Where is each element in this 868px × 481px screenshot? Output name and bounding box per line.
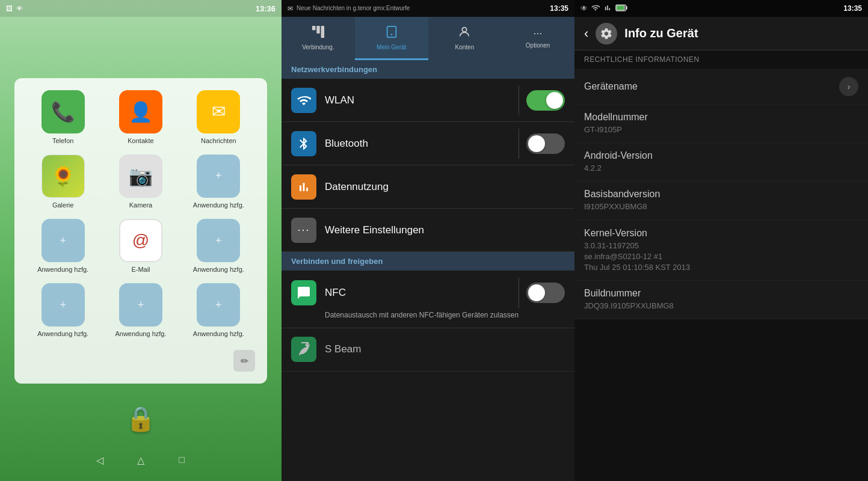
app-anwendung5[interactable]: + Anwendung hzfg.	[108, 283, 174, 338]
back-button[interactable]: ◁	[91, 452, 108, 468]
android-version-value: 4.2.2	[584, 163, 858, 174]
nachrichten-label: Nachrichten	[201, 137, 236, 145]
kernel-version-value: 3.0.31-1197205 se.infra@S0210-12 #1 Thu …	[584, 240, 858, 274]
android-version-item: Android-Version 4.2.2	[574, 143, 868, 182]
nfc-toggle[interactable]	[526, 283, 565, 303]
tab-konten-icon	[458, 25, 471, 41]
edit-button[interactable]: ✏	[233, 350, 255, 372]
info-eye-icon: 👁	[580, 4, 588, 13]
recents-button[interactable]: □	[173, 452, 190, 468]
geraetename-arrow[interactable]: ›	[839, 77, 858, 96]
nfc-label: NFC	[325, 287, 511, 299]
nfc-top-row: NFC	[291, 278, 565, 308]
kernel-version-item: Kernel-Version 3.0.31-1197205 se.infra@S…	[574, 221, 868, 281]
home-time: 13:36	[256, 4, 275, 13]
datennutzung-item[interactable]: Datennutzung	[282, 165, 574, 209]
weitere-icon: ···	[291, 218, 316, 243]
geraetename-item[interactable]: Gerätename ›	[574, 69, 868, 105]
app-telefon[interactable]: 📞 Telefon	[30, 90, 96, 145]
lock-container: 🔒	[126, 405, 156, 433]
app-anwendung6[interactable]: + Anwendung hzfg.	[185, 283, 251, 338]
settings-panel: ✉ Neue Nachrichten in g.tenor gmx:Entwur…	[282, 0, 574, 481]
basisbandversion-item: Basisbandversion I9105PXXUBMG8	[574, 182, 868, 220]
tab-verbindungen-label: Verbindung.	[302, 44, 334, 51]
basisbandversion-content: Basisbandversion I9105PXXUBMG8	[584, 189, 858, 212]
svg-rect-3	[387, 26, 396, 37]
add-plus-1: +	[215, 170, 222, 182]
wlan-item[interactable]: WLAN	[282, 79, 574, 122]
geraetename-label: Gerätename	[584, 81, 839, 92]
app-anwendung2[interactable]: + Anwendung hzfg.	[30, 219, 96, 274]
app-galerie[interactable]: 🌻 Galerie	[30, 155, 96, 209]
sbeam-icon	[291, 337, 316, 362]
bluetooth-toggle[interactable]	[526, 133, 565, 154]
nfc-item[interactable]: NFC Datenaustausch mit anderen NFC-fähig…	[282, 271, 574, 328]
lock-icon: 🔒	[126, 405, 156, 433]
verbinden-header-text: Verbinden und freigeben	[291, 257, 383, 266]
app-kamera[interactable]: 📷 Kamera	[108, 155, 174, 209]
email-icon: @	[119, 219, 162, 262]
edit-icon: ✏	[241, 355, 248, 367]
anwendung6-label: Anwendung hzfg.	[193, 330, 244, 338]
tab-mein-geraet-label: Mein Gerät	[377, 44, 406, 51]
wlan-toggle[interactable]	[526, 90, 565, 111]
weitere-label: Weitere Einstellungen	[325, 224, 565, 236]
kontakte-label: Kontakte	[128, 137, 153, 145]
wlan-icon	[291, 88, 316, 113]
anwendung5-label: Anwendung hzfg.	[115, 330, 166, 338]
netzwerk-header-text: Netzwerkverbindungen	[291, 65, 377, 74]
android-version-content: Android-Version 4.2.2	[584, 150, 858, 174]
bluetooth-item[interactable]: Bluetooth	[282, 122, 574, 165]
tab-verbindungen[interactable]: Verbindung.	[282, 17, 355, 60]
info-battery-icon	[615, 4, 627, 13]
home-status-bar: 🖼 👁 13:36	[0, 0, 282, 17]
app-row-2: + Anwendung hzfg. @ E-Mail + Anwendung h…	[24, 219, 257, 274]
bluetooth-icon	[291, 131, 316, 156]
galerie-icon: 🌻	[42, 155, 85, 198]
info-header: ‹ Info zu Gerät	[574, 17, 868, 51]
app-row-1: 🌻 Galerie 📷 Kamera + Anwendung hzfg.	[24, 155, 257, 209]
app-anwendung1[interactable]: + Anwendung hzfg.	[185, 155, 251, 209]
nfc-subtitle: Datenaustausch mit anderen NFC-fähigen G…	[291, 310, 565, 320]
wlan-label: WLAN	[325, 94, 511, 106]
back-button-info[interactable]: ‹	[584, 26, 588, 41]
app-email[interactable]: @ E-Mail	[108, 219, 174, 274]
anwendung4-icon: +	[42, 283, 85, 326]
weitere-item[interactable]: ··· Weitere Einstellungen	[282, 209, 574, 252]
anwendung4-label: Anwendung hzfg.	[37, 330, 88, 338]
app-grid: 📞 Telefon 👤 Kontakte ✉ Nachrichten	[14, 78, 267, 384]
app-row-0: 📞 Telefon 👤 Kontakte ✉ Nachrichten	[24, 90, 257, 145]
home-button[interactable]: △	[132, 452, 149, 468]
tab-mein-geraet-icon	[385, 25, 398, 41]
email-label: E-Mail	[131, 266, 150, 274]
bluetooth-label: Bluetooth	[325, 138, 511, 150]
settings-gear-icon	[596, 23, 617, 44]
app-anwendung4[interactable]: + Anwendung hzfg.	[30, 283, 96, 338]
basisbandversion-label: Basisbandversion	[584, 189, 858, 200]
anwendung6-icon: +	[197, 283, 240, 326]
kamera-label: Kamera	[129, 201, 153, 209]
home-screen: 🖼 👁 13:36 📞 Telefon 👤 Kontakte	[0, 0, 282, 481]
home-bottom-bar: ◁ △ □	[0, 445, 282, 481]
info-panel-title: Info zu Gerät	[624, 26, 698, 40]
tab-mein-geraet[interactable]: Mein Gerät	[355, 17, 428, 60]
tab-konten-label: Konten	[455, 44, 475, 51]
kontakte-icon: 👤	[119, 90, 162, 133]
tab-konten[interactable]: Konten	[428, 17, 502, 60]
datennutzung-label: Datennutzung	[325, 181, 565, 193]
eye-status-icon: 👁	[16, 5, 23, 12]
wlan-toggle-knob	[546, 92, 563, 109]
nachrichten-icon: ✉	[197, 90, 240, 133]
app-row-3: + Anwendung hzfg. + Anwendung hzfg. + An…	[24, 283, 257, 338]
sbeam-label: S Beam	[325, 343, 565, 355]
anwendung2-label: Anwendung hzfg.	[37, 266, 88, 274]
app-anwendung3[interactable]: + Anwendung hzfg.	[185, 219, 251, 274]
sbeam-item[interactable]: S Beam	[282, 328, 574, 372]
info-signal-icon	[603, 4, 612, 13]
app-nachrichten[interactable]: ✉ Nachrichten	[185, 90, 251, 145]
kamera-icon: 📷	[119, 155, 162, 198]
tab-optionen[interactable]: ··· Optionen	[501, 17, 574, 60]
svg-rect-8	[617, 5, 624, 10]
kernel-version-label: Kernel-Version	[584, 228, 858, 239]
app-kontakte[interactable]: 👤 Kontakte	[108, 90, 174, 145]
